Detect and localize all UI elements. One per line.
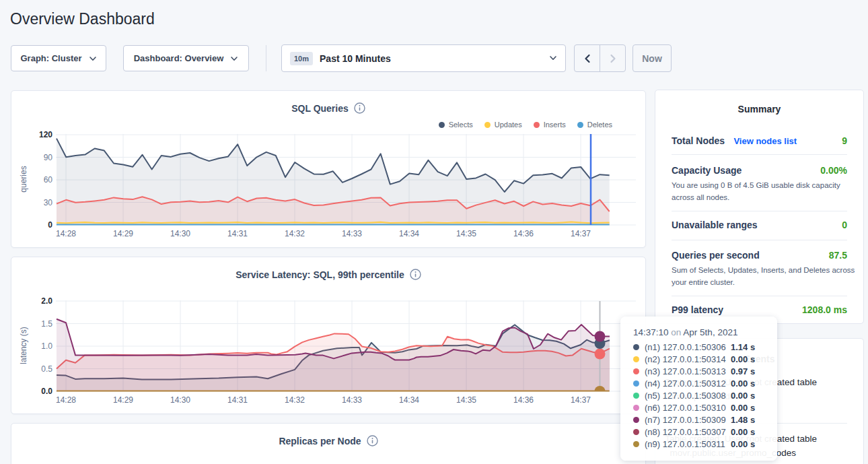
svg-text:0.0: 0.0 <box>41 387 52 396</box>
svg-text:14:28: 14:28 <box>56 229 76 238</box>
svg-text:14:36: 14:36 <box>513 229 534 238</box>
svg-text:latency (s): latency (s) <box>19 327 28 364</box>
svg-text:14:32: 14:32 <box>285 229 305 238</box>
svg-text:queries: queries <box>19 166 28 192</box>
svg-text:14:30: 14:30 <box>170 395 190 405</box>
svg-text:14:33: 14:33 <box>342 229 362 238</box>
svg-text:120: 120 <box>39 130 52 139</box>
svg-text:14:32: 14:32 <box>285 395 305 405</box>
svg-text:14:29: 14:29 <box>113 229 133 238</box>
svg-text:0.5: 0.5 <box>41 364 52 374</box>
svg-text:14:33: 14:33 <box>342 395 362 405</box>
svg-text:14:35: 14:35 <box>456 395 476 405</box>
svg-text:14:35: 14:35 <box>456 229 476 238</box>
svg-text:14:34: 14:34 <box>399 229 419 238</box>
svg-text:2.0: 2.0 <box>41 296 52 306</box>
svg-text:60: 60 <box>44 175 53 185</box>
svg-text:14:36: 14:36 <box>513 395 534 405</box>
svg-text:90: 90 <box>44 153 53 162</box>
svg-text:30: 30 <box>44 198 53 207</box>
svg-text:14:31: 14:31 <box>227 229 248 238</box>
svg-text:14:37: 14:37 <box>571 229 591 238</box>
svg-text:14:29: 14:29 <box>113 395 133 405</box>
svg-text:0: 0 <box>48 220 52 230</box>
svg-text:14:37: 14:37 <box>571 395 591 405</box>
svg-text:14:28: 14:28 <box>56 395 76 405</box>
svg-text:1.0: 1.0 <box>41 341 52 351</box>
svg-text:14:30: 14:30 <box>170 229 190 238</box>
svg-text:1.5: 1.5 <box>41 319 52 329</box>
svg-text:14:31: 14:31 <box>227 395 248 405</box>
svg-text:14:34: 14:34 <box>399 395 419 405</box>
